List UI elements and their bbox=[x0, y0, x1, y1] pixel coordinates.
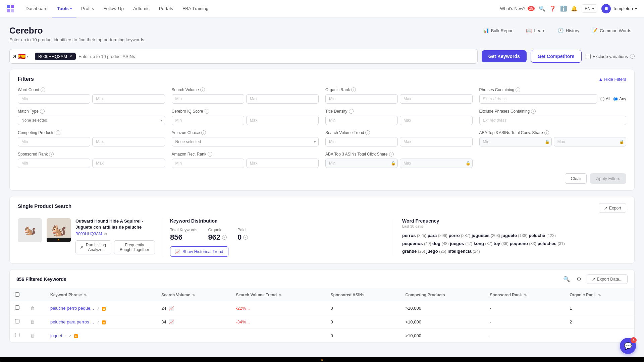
logo[interactable] bbox=[7, 5, 14, 12]
title-density-max[interactable] bbox=[400, 116, 472, 125]
export-data-button[interactable]: ↗ Export Data... bbox=[587, 274, 628, 284]
match-type-select[interactable]: None selected Exact Phrase Broad bbox=[18, 116, 165, 125]
language-selector[interactable]: EN ▾ bbox=[582, 4, 597, 13]
nav-dashboard[interactable]: Dashboard bbox=[21, 0, 52, 17]
nav-profits[interactable]: Profits bbox=[76, 0, 99, 17]
th-sponsored-rank[interactable]: Sponsored Rank ⇅ bbox=[484, 289, 564, 301]
word-freq-content: perros (325) para (296) perro (287) jugu… bbox=[402, 232, 618, 255]
exclude-variations-checkbox[interactable]: Exclude variations i bbox=[586, 54, 635, 59]
exclude-phrases-input[interactable] bbox=[479, 116, 627, 125]
settings-icon[interactable]: ⚙ bbox=[575, 275, 583, 284]
help-icon[interactable]: ❓ bbox=[549, 5, 556, 12]
keyword-phrase-link[interactable]: peluche perro peque... bbox=[50, 306, 94, 311]
external-link-icon[interactable]: ↗ bbox=[97, 320, 100, 324]
show-historical-trend-button[interactable]: 📈 Show Historical Trend bbox=[170, 246, 228, 257]
sv-trend-max[interactable] bbox=[400, 137, 472, 146]
chat-button[interactable]: 💬 4 bbox=[620, 338, 636, 351]
learn-button[interactable]: 📖 Learn bbox=[523, 25, 549, 36]
apply-filters-button[interactable]: Apply Filters bbox=[590, 173, 626, 184]
hide-filters-button[interactable]: ▲ Hide Filters bbox=[598, 77, 626, 82]
copy-icon[interactable]: ⧉ bbox=[104, 232, 107, 236]
nav-followup[interactable]: Follow-Up bbox=[99, 0, 128, 17]
filter-match-type: Match Type i None selected Exact Phrase … bbox=[18, 109, 165, 125]
th-search-volume[interactable]: Search Volume ⇅ bbox=[156, 289, 230, 301]
notification-icon[interactable]: 🔔 bbox=[571, 5, 578, 12]
word-count-max[interactable] bbox=[92, 94, 165, 104]
radio-all[interactable]: All bbox=[600, 97, 610, 101]
history-button[interactable]: 🕐 History bbox=[554, 25, 583, 36]
nav-tools[interactable]: Tools ▾ bbox=[52, 0, 76, 17]
search-volume-max[interactable] bbox=[246, 94, 319, 104]
competing-products-min[interactable] bbox=[18, 137, 90, 146]
cerebro-iq-min[interactable] bbox=[172, 116, 244, 125]
run-listing-analyzer-button[interactable]: ↗ Run Listing Analyzer bbox=[75, 240, 111, 254]
filter-organic-rank: Organic Rank i bbox=[325, 87, 473, 104]
sponsored-rank-min[interactable] bbox=[18, 159, 90, 168]
info-icon[interactable]: ℹ️ bbox=[560, 5, 567, 12]
clear-filters-button[interactable]: Clear bbox=[565, 173, 587, 184]
remove-asin-icon[interactable]: ✕ bbox=[69, 54, 72, 59]
nav-adtomic[interactable]: Adtomic bbox=[128, 0, 154, 17]
asin-input[interactable] bbox=[78, 54, 474, 59]
trend-chart-icon[interactable]: 📈 bbox=[169, 306, 174, 311]
sv-trend-min[interactable] bbox=[325, 137, 398, 146]
th-keyword-phrase[interactable]: Keyword Phrase ⇅ bbox=[45, 289, 156, 301]
th-sponsored-asins[interactable]: Sponsored ASINs bbox=[325, 289, 400, 301]
row-keyword: peluche perro peque... ↗ a bbox=[45, 301, 156, 315]
title-density-min[interactable] bbox=[325, 116, 398, 125]
bulk-report-button[interactable]: 📊 Bulk Report bbox=[479, 25, 517, 36]
organic-rank-min[interactable] bbox=[325, 94, 398, 104]
th-sv-trend[interactable]: Search Volume Trend ⇅ bbox=[230, 289, 325, 301]
marketplace-selector[interactable]: a 🇪🇸 ▾ bbox=[13, 53, 32, 60]
info-icon: i bbox=[389, 152, 394, 157]
amazon-rec-rank-min[interactable] bbox=[172, 159, 244, 168]
get-competitors-button[interactable]: Get Competitors bbox=[531, 50, 582, 63]
radio-any[interactable]: Any bbox=[613, 97, 626, 101]
row-keyword: juguet... ↗ a bbox=[45, 329, 156, 343]
external-link-icon[interactable]: ↗ bbox=[68, 334, 71, 338]
filter-amazon-choice-label: Amazon Choice i bbox=[172, 130, 319, 135]
nav-portals[interactable]: Portals bbox=[154, 0, 178, 17]
user-menu[interactable]: ⊞ Templeton ▾ bbox=[601, 4, 637, 13]
th-organic-rank[interactable]: Organic Rank ⇅ bbox=[564, 289, 634, 301]
amazon-rec-rank-max[interactable] bbox=[246, 159, 319, 168]
trash-icon[interactable]: 🗑 bbox=[30, 319, 35, 324]
amazon-choice-select[interactable]: None selected Yes No bbox=[172, 137, 319, 146]
phrases-containing-input[interactable] bbox=[479, 94, 597, 104]
filter-aba-conv-share-inputs: 🔒 🔒 bbox=[479, 137, 627, 146]
row-checkbox[interactable] bbox=[15, 305, 19, 310]
export-icon: ↗ bbox=[592, 277, 595, 282]
word-freq-item: peluche bbox=[529, 233, 545, 238]
sponsored-rank-max[interactable] bbox=[92, 159, 165, 168]
info-icon: i bbox=[243, 235, 248, 240]
whats-new-button[interactable]: What's New? 25 bbox=[500, 6, 535, 11]
export-button[interactable]: ↗ Export bbox=[599, 203, 626, 213]
word-count-min[interactable] bbox=[18, 94, 90, 104]
keyword-phrase-link[interactable]: peluche para perros ... bbox=[50, 319, 94, 324]
filter-grid: Word Count i Search Volume i Organic Ran… bbox=[18, 87, 626, 168]
search-icon[interactable]: 🔍 bbox=[539, 5, 545, 12]
select-all-checkbox[interactable] bbox=[15, 292, 19, 297]
row-search-volume: 24 📈 bbox=[156, 301, 230, 315]
get-keywords-button[interactable]: Get Keywords bbox=[482, 50, 527, 62]
sort-icon: ⇅ bbox=[524, 293, 527, 297]
row-checkbox[interactable] bbox=[15, 333, 19, 337]
competing-products-max[interactable] bbox=[92, 137, 165, 146]
external-link-icon[interactable]: ↗ bbox=[97, 306, 100, 310]
trash-icon[interactable]: 🗑 bbox=[30, 333, 35, 338]
exclude-checkbox[interactable] bbox=[586, 54, 591, 59]
frequently-bought-button[interactable]: Frequently Bought Together bbox=[114, 240, 155, 254]
common-words-button[interactable]: 📝 Common Words bbox=[588, 25, 635, 36]
trend-chart-icon[interactable]: 📈 bbox=[169, 319, 174, 324]
organic-rank-max[interactable] bbox=[400, 94, 472, 104]
keyword-phrase-link[interactable]: juguet... bbox=[50, 333, 66, 338]
cerebro-iq-max[interactable] bbox=[246, 116, 319, 125]
trash-icon[interactable]: 🗑 bbox=[30, 306, 35, 311]
word-freq-title: Word Frequency bbox=[402, 218, 618, 224]
row-checkbox[interactable] bbox=[15, 319, 19, 323]
page-header: Cerebro Enter up to 10 product identifie… bbox=[9, 25, 635, 42]
th-competing-products[interactable]: Competing Products bbox=[400, 289, 485, 301]
search-icon[interactable]: 🔍 bbox=[562, 275, 571, 284]
search-volume-min[interactable] bbox=[172, 94, 244, 104]
nav-fba-training[interactable]: FBA Training bbox=[178, 0, 213, 17]
